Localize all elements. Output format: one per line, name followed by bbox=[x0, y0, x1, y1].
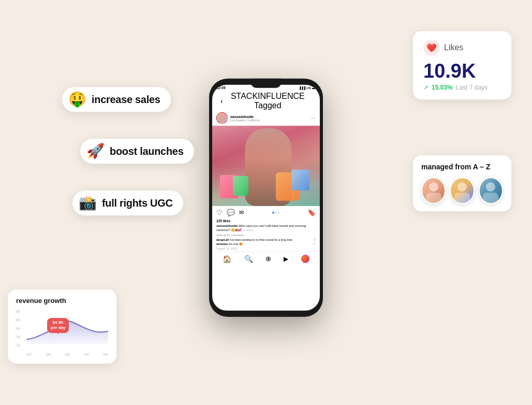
share-button[interactable]: ✉ bbox=[239, 209, 244, 216]
chart-area: 8K 6K 4K 2K 1K $4.3K per day bbox=[16, 310, 108, 356]
phone-frame: 12:05 ▐▐▐ LTE ▬ ‹ STACKINFLUENCE Tagged bbox=[209, 79, 323, 317]
ig-comment-1-text: dangit.all I've been wanting to try thei… bbox=[216, 238, 292, 241]
ig-page-title: Tagged bbox=[227, 101, 308, 110]
ig-back-button[interactable]: ‹ bbox=[216, 97, 227, 105]
managed-avatars bbox=[421, 177, 503, 204]
ig-more-button[interactable]: ··· bbox=[310, 115, 316, 121]
battery-icon: ▬ bbox=[312, 86, 316, 90]
y-label-8k: 8K bbox=[16, 310, 21, 313]
managed-avatar-1 bbox=[421, 177, 446, 204]
pill-boost-launches: 🚀 boost launches bbox=[80, 139, 194, 164]
likes-period: Last 7 days bbox=[456, 84, 487, 91]
ugc-text: full rights UGC bbox=[102, 197, 173, 209]
phone-container: 12:05 ▐▐▐ LTE ▬ ‹ STACKINFLUENCE Tagged bbox=[209, 79, 323, 317]
ig-view-comments[interactable]: View all 21 comments bbox=[212, 233, 320, 238]
ugc-emoji: 📸 bbox=[79, 196, 97, 210]
pill-increase-sales: 🤑 increase sales bbox=[62, 87, 171, 112]
tooltip-amount: $4.3K bbox=[53, 320, 64, 325]
avatar-body-1 bbox=[426, 193, 441, 203]
x-label-3: 5/8 bbox=[84, 353, 89, 356]
revenue-title: revenue growth bbox=[16, 297, 108, 305]
ig-product-box-4 bbox=[291, 170, 309, 191]
ig-nav-home[interactable]: 🏠 bbox=[223, 255, 231, 263]
avatar-head-2 bbox=[457, 182, 467, 192]
revenue-card: revenue growth 8K 6K 4K 2K 1K $4. bbox=[8, 290, 116, 364]
ig-comment-2-body: So cute 😍 bbox=[229, 242, 243, 245]
ig-product-box-2 bbox=[233, 176, 248, 196]
boost-launches-emoji: 🚀 bbox=[86, 144, 105, 158]
avatar-figure-1 bbox=[422, 178, 445, 203]
x-label-1: 3/8 bbox=[46, 353, 51, 356]
bookmark-button[interactable]: 🔖 bbox=[307, 209, 316, 216]
ig-caption-more[interactable]: more bbox=[246, 228, 253, 232]
likes-heart-icon: ❤️ bbox=[423, 39, 440, 56]
comment-button[interactable]: 💬 bbox=[227, 209, 235, 216]
phone-notch bbox=[250, 79, 282, 88]
ig-post-date: August 10, 2022 bbox=[212, 246, 320, 251]
ig-status-icons: ▐▐▐ LTE ▬ bbox=[299, 86, 316, 90]
ig-username[interactable]: swoosiefoodie bbox=[230, 114, 307, 118]
x-label-4: 6/8 bbox=[103, 353, 108, 356]
ig-comment-2-user[interactable]: airiseats bbox=[216, 242, 228, 245]
revenue-tooltip: $4.3K per day bbox=[47, 318, 69, 333]
ig-brand: STACKINFLUENCE bbox=[227, 92, 308, 101]
dot-1 bbox=[275, 212, 277, 213]
avatar-figure-2 bbox=[451, 178, 473, 203]
ig-location: Los Angeles, California bbox=[230, 118, 307, 121]
likes-number: 10.9K bbox=[423, 61, 501, 81]
ig-photo-dots bbox=[244, 211, 307, 213]
likes-footer: ↗ 15.03% Last 7 days bbox=[423, 84, 501, 91]
y-label-1k: 1K bbox=[16, 343, 21, 347]
ig-header: STACKINFLUENCE Tagged bbox=[227, 92, 308, 110]
ig-comment-1-user[interactable]: dangit.all bbox=[216, 238, 229, 241]
ig-nav-header: ‹ STACKINFLUENCE Tagged bbox=[212, 91, 320, 110]
ig-comment-2-text: airiseats So cute 😍 bbox=[216, 242, 243, 245]
managed-avatar-2 bbox=[450, 177, 474, 204]
x-label-0: 2/5 bbox=[26, 353, 32, 356]
ig-caption: swoosiefoodie Who says you can't still h… bbox=[212, 224, 320, 233]
ig-caption-user[interactable]: swoosiefoodie bbox=[216, 224, 238, 227]
ig-comment-1-body: I've been wanting to try their cereal fo… bbox=[230, 238, 293, 241]
signal-text: LTE bbox=[306, 86, 311, 89]
avatar-body-2 bbox=[454, 193, 470, 203]
ig-avatar-inner bbox=[217, 113, 227, 123]
ig-comment-1-like[interactable]: ♡ bbox=[313, 238, 316, 241]
ig-comment-2-like[interactable]: ♡ bbox=[313, 242, 316, 245]
managed-title: managed from A – Z bbox=[421, 163, 503, 171]
boost-launches-text: boost launches bbox=[110, 146, 184, 157]
signal-icon: ▐▐▐ bbox=[299, 86, 305, 89]
ig-user-row: swoosiefoodie Los Angeles, California ··… bbox=[212, 110, 320, 126]
avatar-head-3 bbox=[486, 182, 495, 192]
managed-card: managed from A – Z bbox=[413, 155, 511, 211]
x-label-2: 4/8 bbox=[65, 353, 70, 356]
dot-active bbox=[272, 211, 274, 213]
pill-full-rights-ugc: 📸 full rights UGC bbox=[72, 191, 183, 215]
chart-x-labels: 2/5 3/8 4/8 5/8 6/8 bbox=[26, 353, 108, 356]
dot-2 bbox=[278, 212, 279, 213]
status-time: 12:05 bbox=[216, 86, 226, 90]
phone-screen: 12:05 ▐▐▐ LTE ▬ ‹ STACKINFLUENCE Tagged bbox=[212, 85, 320, 311]
ig-action-left: ♡ 💬 ✉ bbox=[216, 209, 244, 216]
ig-likes: 135 likes bbox=[212, 219, 320, 224]
ig-nav-reels[interactable]: ▶ bbox=[284, 255, 288, 263]
increase-sales-text: increase sales bbox=[92, 94, 160, 106]
avatar-body-3 bbox=[483, 193, 498, 203]
y-label-6k: 6K bbox=[16, 318, 21, 322]
y-label-4k: 4K bbox=[16, 327, 21, 330]
avatar-figure-3 bbox=[480, 178, 502, 203]
ig-user-avatar[interactable] bbox=[216, 112, 228, 124]
avatar-head-1 bbox=[429, 182, 438, 192]
chart-y-labels: 8K 6K 4K 2K 1K bbox=[16, 310, 21, 347]
like-button[interactable]: ♡ bbox=[216, 209, 223, 216]
managed-avatar-3 bbox=[479, 177, 503, 204]
ig-nav-add[interactable]: ⊕ bbox=[265, 255, 271, 263]
likes-percent: 15.03% bbox=[432, 84, 453, 91]
increase-sales-emoji: 🤑 bbox=[68, 92, 86, 107]
ig-photo bbox=[212, 126, 320, 206]
ig-bottom-nav: 🏠 🔍 ⊕ ▶ bbox=[212, 251, 320, 265]
ig-comment-2: airiseats So cute 😍 ♡ bbox=[212, 242, 320, 246]
ig-comment-1: dangit.all I've been wanting to try thei… bbox=[212, 238, 320, 242]
likes-card: ❤️ Likes 10.9K ↗ 15.03% Last 7 days bbox=[413, 31, 511, 99]
ig-nav-profile[interactable] bbox=[301, 255, 309, 263]
ig-nav-search[interactable]: 🔍 bbox=[244, 255, 253, 263]
